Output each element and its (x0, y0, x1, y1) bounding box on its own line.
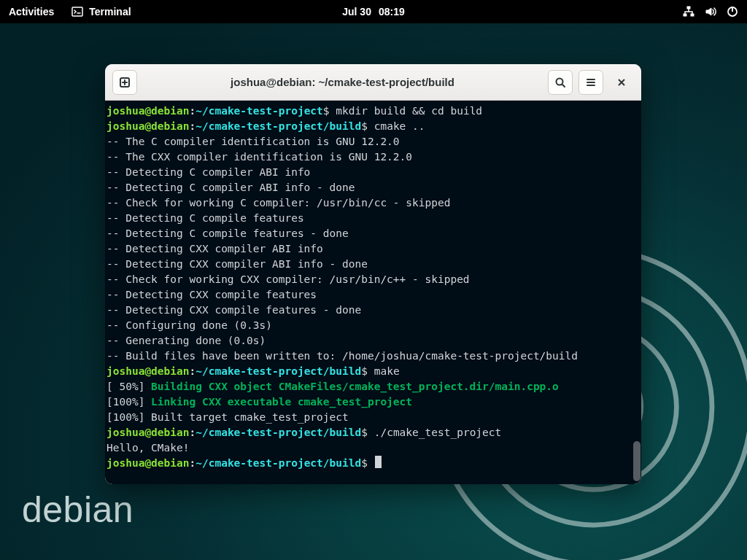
system-status-area[interactable] (683, 6, 738, 18)
terminal-content[interactable]: joshua@debian:~/cmake-test-project$ mkdi… (105, 101, 641, 484)
hamburger-menu-button[interactable] (578, 70, 603, 95)
search-button[interactable] (548, 70, 573, 95)
network-icon (683, 6, 694, 18)
window-titlebar[interactable]: joshua@debian: ~/cmake-test-project/buil… (105, 64, 641, 101)
terminal-window: joshua@debian: ~/cmake-test-project/buil… (105, 64, 641, 484)
power-icon (727, 6, 738, 18)
svg-rect-1 (687, 7, 690, 9)
new-tab-button[interactable] (112, 70, 137, 95)
app-menu-label: Terminal (89, 6, 131, 18)
close-button[interactable] (609, 70, 634, 95)
activities-button[interactable]: Activities (9, 6, 54, 18)
window-title: joshua@debian: ~/cmake-test-project/buil… (143, 76, 542, 88)
svg-rect-3 (691, 14, 694, 16)
svg-rect-0 (72, 7, 82, 16)
svg-point-7 (557, 78, 563, 85)
volume-icon (705, 6, 716, 18)
app-menu-button[interactable]: Terminal (71, 6, 131, 18)
terminal-scrollbar[interactable] (633, 441, 640, 481)
date-label: Jul 30 (342, 6, 371, 18)
svg-rect-2 (684, 14, 686, 16)
terminal-icon (71, 6, 83, 18)
time-label: 08:19 (379, 6, 405, 18)
debian-logo-text: debian (22, 489, 133, 531)
clock-button[interactable]: Jul 30 08:19 (342, 6, 405, 18)
gnome-top-bar: Activities Terminal Jul 30 08:19 (0, 0, 747, 23)
